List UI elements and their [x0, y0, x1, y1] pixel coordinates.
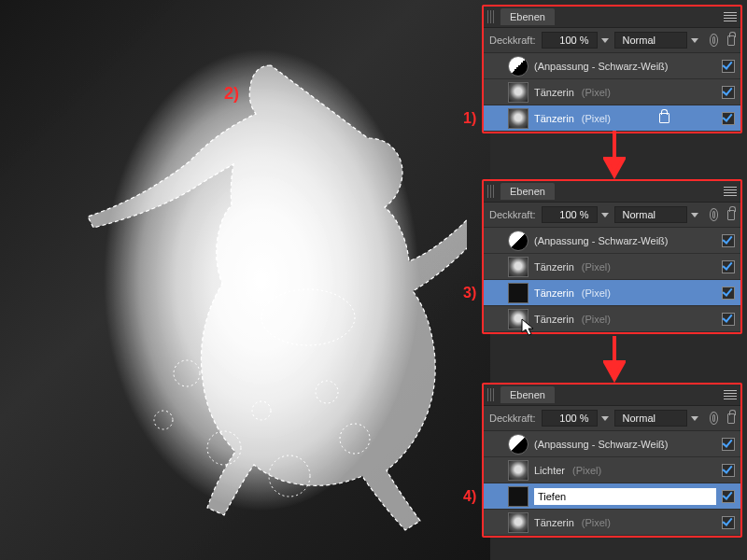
layer-thumb-adjustment-icon [508, 231, 529, 251]
annotation-marker-4: 4) [463, 488, 476, 505]
gear-icon[interactable] [710, 34, 719, 47]
annotation-marker-1: 1) [463, 110, 476, 127]
panel-menu-icon[interactable] [724, 187, 737, 196]
layer-name: (Anpassung - Schwarz-Weiß) [534, 61, 668, 72]
canvas-photo [0, 0, 490, 560]
layer-type: (Pixel) [582, 113, 611, 124]
layer-name: Tänzerin [534, 113, 574, 124]
visibility-checkbox[interactable] [722, 464, 735, 477]
visibility-checkbox[interactable] [722, 438, 735, 451]
layer-row[interactable]: (Anpassung - Schwarz-Weiß) [484, 228, 740, 254]
layer-name: Lichter [534, 465, 565, 476]
svg-point-5 [316, 381, 338, 403]
layer-type: (Pixel) [572, 465, 601, 476]
layer-name: Tänzerin [534, 261, 574, 273]
blend-caret-icon[interactable] [691, 416, 698, 421]
layer-thumb-image-icon [508, 257, 529, 277]
opacity-value[interactable]: 100 % [542, 206, 598, 223]
visibility-checkbox[interactable] [722, 260, 735, 273]
tab-layers[interactable]: Ebenen [500, 386, 555, 403]
layer-row-selected[interactable]: 1) Tänzerin (Pixel) [484, 105, 740, 132]
layer-row[interactable]: Tänzerin (Pixel) [484, 510, 740, 536]
layer-row-selected[interactable]: 3) Tänzerin (Pixel) [484, 280, 740, 306]
panel-options-row: Deckkraft: 100 % Normal [484, 203, 740, 228]
visibility-checkbox[interactable] [722, 490, 735, 503]
panel-menu-icon[interactable] [724, 390, 737, 399]
opacity-caret-icon[interactable] [601, 38, 609, 43]
annotation-marker-2: 2) [224, 84, 239, 104]
opacity-label: Deckkraft: [489, 35, 536, 46]
svg-point-7 [261, 289, 355, 345]
layer-name: Tänzerin [534, 87, 574, 98]
red-arrow-icon [603, 336, 626, 383]
layer-row[interactable]: Tänzerin (Pixel) [484, 79, 740, 105]
panel-menu-icon[interactable] [724, 12, 737, 21]
blend-mode-select[interactable]: Normal [614, 206, 687, 223]
svg-point-4 [340, 424, 370, 454]
red-arrow-icon [603, 131, 626, 179]
layer-thumb-image-icon [508, 460, 529, 481]
layer-thumb-image-icon [508, 309, 529, 329]
layer-type: (Pixel) [582, 287, 611, 299]
layer-type: (Pixel) [582, 517, 611, 528]
gear-icon[interactable] [710, 208, 719, 221]
visibility-checkbox[interactable] [722, 287, 735, 300]
visibility-checkbox[interactable] [722, 234, 735, 247]
panel-tabbar: Ebenen [484, 7, 740, 28]
layer-thumb-adjustment-icon [508, 56, 529, 77]
lock-icon[interactable] [727, 413, 735, 424]
blend-caret-icon[interactable] [691, 213, 698, 217]
layer-row[interactable]: (Anpassung - Schwarz-Weiß) [484, 431, 740, 457]
visibility-checkbox[interactable] [722, 112, 735, 125]
panel-tabbar: Ebenen [484, 181, 740, 203]
layer-row[interactable]: (Anpassung - Schwarz-Weiß) [484, 53, 740, 79]
layer-row[interactable]: Tänzerin (Pixel) [484, 306, 740, 332]
layer-thumb-image-icon [508, 486, 529, 507]
layer-name: (Anpassung - Schwarz-Weiß) [534, 235, 668, 246]
layer-rename-input[interactable] [534, 488, 716, 505]
layer-thumb-image-icon [508, 108, 529, 129]
svg-point-1 [154, 411, 173, 429]
svg-point-0 [174, 360, 200, 386]
dancer-selection [75, 37, 467, 541]
panel-options-row: Deckkraft: 100 % Normal [484, 28, 740, 53]
layer-name: Tänzerin [534, 314, 574, 325]
tab-layers[interactable]: Ebenen [500, 183, 555, 200]
layer-name: Tänzerin [534, 517, 574, 528]
layer-thumb-image-icon [508, 283, 529, 303]
visibility-checkbox[interactable] [722, 86, 735, 99]
layer-row[interactable]: Lichter (Pixel) [484, 457, 740, 483]
visibility-checkbox[interactable] [722, 516, 735, 529]
layers-panel-2: Ebenen Deckkraft: 100 % Normal (Anpassun… [482, 179, 742, 334]
opacity-value[interactable]: 100 % [542, 32, 598, 49]
layers-panel-1: Ebenen Deckkraft: 100 % Normal (Anpassun… [482, 5, 742, 133]
layer-name: (Anpassung - Schwarz-Weiß) [534, 439, 668, 450]
blend-mode-select[interactable]: Normal [614, 410, 687, 427]
visibility-checkbox[interactable] [722, 60, 735, 73]
panel-grip-icon[interactable] [487, 10, 495, 23]
layer-thumb-image-icon [508, 82, 529, 103]
blend-caret-icon[interactable] [691, 38, 698, 43]
svg-point-2 [207, 431, 241, 465]
panel-grip-icon[interactable] [487, 388, 495, 401]
panel-grip-icon[interactable] [487, 185, 495, 198]
lock-icon[interactable] [727, 35, 735, 46]
layers-panel-3: Ebenen Deckkraft: 100 % Normal (Anpassun… [482, 383, 742, 538]
layer-thumb-image-icon [508, 512, 529, 533]
svg-point-3 [269, 455, 310, 497]
opacity-value[interactable]: 100 % [542, 410, 598, 427]
gear-icon[interactable] [710, 412, 719, 425]
opacity-caret-icon[interactable] [601, 416, 609, 421]
layer-lock-icon[interactable] [659, 113, 669, 123]
lock-icon[interactable] [727, 210, 735, 220]
layer-row-selected-renaming[interactable]: 4) [484, 483, 740, 510]
tab-layers[interactable]: Ebenen [500, 8, 555, 25]
layer-row[interactable]: Tänzerin (Pixel) [484, 254, 740, 280]
blend-mode-select[interactable]: Normal [614, 32, 687, 49]
layer-type: (Pixel) [582, 87, 611, 98]
visibility-checkbox[interactable] [722, 313, 735, 326]
layer-name: Tänzerin [534, 287, 574, 299]
annotation-marker-3: 3) [463, 285, 476, 301]
opacity-caret-icon[interactable] [601, 213, 609, 217]
svg-point-6 [252, 401, 271, 420]
